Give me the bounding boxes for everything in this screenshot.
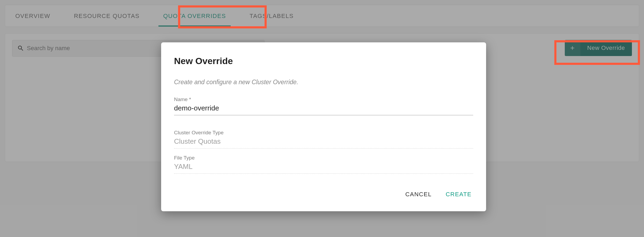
field-override-type-label: Cluster Override Type: [174, 130, 473, 136]
field-name[interactable]: Name * demo-override: [174, 97, 473, 115]
field-name-label: Name *: [174, 97, 473, 102]
new-override-modal: New Override Create and configure a new …: [161, 42, 486, 211]
modal-title: New Override: [174, 56, 473, 66]
field-name-value[interactable]: demo-override: [174, 104, 473, 115]
field-file-type-label: File Type: [174, 155, 473, 161]
field-file-type-value: YAML: [174, 162, 473, 174]
readonly-fields: Cluster Override Type Cluster Quotas Fil…: [174, 130, 473, 174]
cancel-button[interactable]: CANCEL: [404, 188, 433, 201]
field-file-type: File Type YAML: [174, 155, 473, 174]
field-override-type: Cluster Override Type Cluster Quotas: [174, 130, 473, 149]
create-button[interactable]: CREATE: [444, 188, 473, 201]
page-root: OVERVIEW RESOURCE QUOTAS QUOTA OVERRIDES…: [0, 0, 644, 237]
modal-subtitle: Create and configure a new Cluster Overr…: [174, 79, 473, 86]
modal-actions: CANCEL CREATE: [174, 188, 473, 201]
field-override-type-value: Cluster Quotas: [174, 137, 473, 149]
